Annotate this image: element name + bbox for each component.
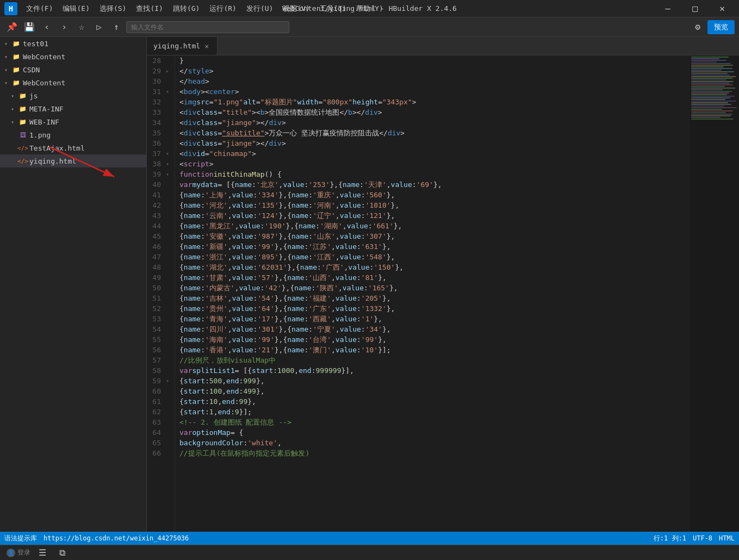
code-line-66: //提示工具(在鼠标指向指定元素后触发) (179, 448, 690, 458)
html-icon-testajax: </> (18, 144, 27, 152)
toolbar-play-button[interactable]: ▷ (91, 20, 107, 35)
folder-icon-wc1: 📁 (12, 52, 21, 61)
code-line-56: {name: '香港',value: '21' },{name: '澳门',va… (179, 345, 690, 355)
maximize-button[interactable]: □ (682, 0, 707, 17)
editor-panel: yiqing.html × 28 29 30 31 32 33 34 35 (147, 37, 739, 532)
filter-icon[interactable]: ⚙ (690, 20, 705, 35)
status-position[interactable]: 行:1 列:1 (654, 534, 686, 543)
minimize-button[interactable]: — (655, 0, 680, 17)
collapse-arrow-csdn: ▾ (4, 67, 11, 73)
sidebar-label-yiqing: yiqing.html (29, 157, 76, 165)
png-icon-1: 🖼 (18, 130, 27, 139)
status-left: 语法提示库 https://blog.csdn.net/weixin_44275… (4, 534, 189, 543)
folder-icon-js: 📁 (18, 91, 27, 100)
sidebar-label-1png: 1.png (29, 131, 51, 139)
tab-yiqing[interactable]: yiqing.html × (147, 37, 218, 55)
sidebar-item-js[interactable]: ▾ 📁 js (0, 89, 146, 102)
status-tip[interactable]: 语法提示库 (4, 534, 37, 543)
html-icon-yiqing: </> (18, 157, 27, 165)
status-link[interactable]: https://blog.csdn.net/weixin_44275036 (44, 534, 189, 542)
title-bar: H 文件(F) 编辑(E) 选择(S) 查找(I) 跳转(G) 运行(R) 发行… (0, 0, 739, 17)
code-line-48: {name: '湖北',value: '62031' },{name: '广西'… (179, 262, 690, 272)
collapse-arrow-wc1: ▾ (4, 54, 11, 60)
menu-file[interactable]: 文件(F) (22, 2, 57, 16)
toolbar-pin-button[interactable]: 📌 (4, 20, 20, 35)
toolbar-forward-button[interactable]: › (57, 20, 72, 35)
folder-icon-meta: 📁 (18, 104, 27, 113)
status-encoding[interactable]: UTF-8 (693, 534, 712, 542)
status-syntax[interactable]: HTML (719, 534, 735, 542)
minimap (690, 55, 739, 532)
toolbar: 📌 💾 ‹ › ☆ ▷ ↑ ⚙ 预览 (0, 17, 739, 37)
code-line-31: <body><center> (179, 86, 690, 97)
window-controls: — □ ✕ (655, 0, 735, 17)
menu-find[interactable]: 查找(I) (132, 2, 167, 16)
code-line-44: {name: '黑龙江',value: '190' },{name: '湖南',… (179, 221, 690, 231)
code-line-29: </style> (179, 66, 690, 76)
menu-select[interactable]: 选择(S) (95, 2, 131, 16)
code-line-35: <div class="subtitle">万众一心 坚决打赢疫情防控阻击战</… (179, 128, 690, 138)
code-line-40: var mydata = [{name: '北京',value: '253' }… (179, 179, 690, 190)
preview-button[interactable]: 预览 (707, 20, 735, 34)
collapse-arrow-js: ▾ (11, 93, 17, 99)
file-search-input[interactable] (126, 21, 289, 33)
code-editor[interactable]: } </style> </head> <body><center> (175, 55, 690, 532)
sidebar-label-js: js (29, 92, 38, 100)
code-line-54: {name: '四川',value: '301' },{name: '宁夏',v… (179, 324, 690, 334)
tab-bar: yiqing.html × (147, 37, 739, 55)
toolbar-star-button[interactable]: ☆ (74, 20, 89, 35)
code-line-34: <div class="jiange"></div> (179, 117, 690, 128)
sidebar-item-csdn[interactable]: ▾ 📁 CSDN (0, 63, 146, 76)
collapse-arrow-meta: ▾ (11, 106, 17, 112)
user-icon: 👤 (7, 549, 15, 557)
code-line-58: var splitList1 = [{start:1000,end:999999… (179, 365, 690, 376)
sidebar-item-testajax[interactable]: ▾ </> TestAjax.html (0, 141, 146, 154)
code-line-47: {name: '浙江',value: '895' },{name: '江西',v… (179, 252, 690, 262)
code-line-41: {name: '上海',value: '334' },{name: '重庆',v… (179, 190, 690, 200)
code-line-65: backgroundColor: 'white', (179, 438, 690, 448)
sidebar-label-meta: META-INF (29, 105, 64, 113)
login-label: 登录 (17, 548, 30, 557)
sidebar-item-test01[interactable]: ▾ 📁 test01 (0, 37, 146, 50)
sidebar-item-1png[interactable]: ▾ 🖼 1.png (0, 128, 146, 141)
login-button[interactable]: 👤 登录 (7, 548, 30, 557)
code-line-37: <div id="chinamap"> (179, 148, 690, 159)
toolbar-upload-button[interactable]: ↑ (109, 20, 124, 35)
minimap-content (690, 55, 739, 121)
sidebar-item-metainf[interactable]: ▾ 📁 META-INF (0, 102, 146, 115)
collapse-arrow-webinf: ▾ (11, 119, 17, 125)
code-line-39: function initChinaMap() { (179, 169, 690, 179)
toolbar-save-button[interactable]: 💾 (22, 20, 37, 35)
collapse-arrow-test01: ▾ (4, 41, 11, 47)
code-line-28: } (179, 55, 690, 66)
app-logo: H (4, 2, 17, 15)
code-line-46: {name: '新疆',value: '99' },{name: '江苏',va… (179, 241, 690, 252)
code-line-55: {name: '海南',value: '99' },{name: '台湾',va… (179, 334, 690, 345)
menu-edit[interactable]: 编辑(E) (58, 2, 94, 16)
menu-goto[interactable]: 跳转(G) (169, 2, 204, 16)
window-title: WebContent/yiqing.html - HBuilder X 2.4.… (282, 4, 457, 13)
sidebar-item-webcontent2[interactable]: ▾ 📁 WebContent (0, 76, 146, 89)
menu-publish[interactable]: 发行(U) (242, 2, 277, 16)
toolbar-back-button[interactable]: ‹ (39, 20, 54, 35)
code-line-63: <!-- 2. 创建图纸 配置信息 --> (179, 417, 690, 427)
code-line-57: //比例尺，放到visualMap中 (179, 355, 690, 365)
sidebar-label-webinf: WEB-INF (29, 118, 59, 126)
bottom-grid-icon[interactable]: ⧉ (54, 545, 70, 561)
menu-run[interactable]: 运行(R) (205, 2, 240, 16)
sidebar-item-yiqing[interactable]: ▾ </> yiqing.html (0, 154, 146, 167)
close-button[interactable]: ✕ (710, 0, 735, 17)
sidebar-item-webcontent1[interactable]: ▾ 📁 WebContent (0, 50, 146, 63)
code-line-53: {name: '青海',value: '17' },{name: '西藏',va… (179, 314, 690, 324)
bottom-list-icon[interactable]: ☰ (35, 545, 50, 561)
tab-label-yiqing: yiqing.html (153, 42, 200, 50)
sidebar-label-test01: test01 (23, 40, 48, 48)
code-line-61: {start:10,end:99}, (179, 396, 690, 407)
editor-body[interactable]: 28 29 30 31 32 33 34 35 36 37 38 39 40 4… (147, 55, 739, 532)
code-line-38: <script> (179, 159, 690, 169)
sidebar-item-webinf[interactable]: ▾ 📁 WEB-INF (0, 115, 146, 128)
sidebar-label-wc1: WebContent (23, 53, 65, 61)
code-line-52: {name: '贵州',value: '64' },{name: '广东',va… (179, 303, 690, 314)
line-gutter: 28 29 30 31 32 33 34 35 36 37 38 39 40 4… (147, 55, 175, 532)
tab-close-yiqing[interactable]: × (203, 42, 210, 51)
